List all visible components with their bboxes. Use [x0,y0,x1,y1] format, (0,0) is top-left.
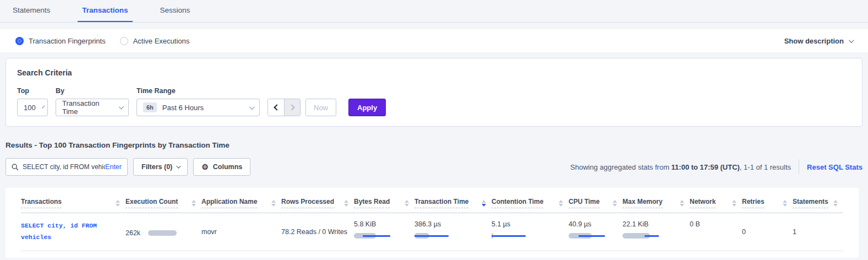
by-label: By [56,87,129,95]
transaction-time-bar [414,232,483,240]
sql-search-input[interactable] [23,163,105,171]
max-memory-bar [623,232,681,240]
radio-active-executions[interactable]: Active Executions [120,37,190,45]
chevron-right-icon [288,104,294,110]
top-field: Top 100 [17,87,48,116]
col-header-max-memory[interactable]: Max Memory [623,191,690,213]
radio-label: Active Executions [133,37,190,45]
time-prev-button[interactable] [268,99,284,116]
sort-icon[interactable] [344,200,348,207]
col-header-transaction-time[interactable]: Transaction Time [414,191,492,213]
cpu-time-bar [569,232,615,240]
col-header-retries[interactable]: Retries [742,191,793,213]
cell-network: 0 B [690,213,742,251]
sort-icon[interactable] [613,200,617,207]
by-field: By Transaction Time [56,87,129,116]
cell-cpu-time: 40.9 µs [569,213,623,251]
results-heading: Results - Top 100 Transaction Fingerprin… [6,141,862,149]
cell-retries: 0 [742,213,793,251]
results-toolbar: Enter Filters (0) ⚙ Columns Showing aggr… [6,158,862,176]
table-row: SELECT city, id FROMvehicles 262k movr 7… [21,213,843,251]
col-header-network[interactable]: Network [690,191,742,213]
view-mode-radio-group: Transaction Fingerprints Active Executio… [15,37,204,45]
time-range-select[interactable]: 6h Past 6 Hours [137,99,260,116]
cell-contention-time: 5.1 µs [492,213,569,251]
sort-icon[interactable] [783,200,787,207]
search-icon [12,164,19,171]
sort-icon[interactable] [732,200,736,207]
chevron-down-icon [249,104,255,110]
col-header-rows-processed[interactable]: Rows Processed [281,191,354,213]
chevron-down-icon [849,37,854,43]
view-mode-band: Transaction Fingerprints Active Executio… [0,29,868,52]
stats-time-range: 11:00 to 17:59 (UTC) [672,163,740,171]
sort-icon[interactable] [116,200,120,207]
top-select[interactable]: 100 [17,99,48,116]
transactions-table-card: Transactions Execution Count Application… [6,188,859,258]
transactions-table: Transactions Execution Count Application… [21,191,843,251]
columns-label: Columns [213,163,242,171]
transaction-fingerprint-link[interactable]: SELECT city, id FROMvehicles [21,220,120,243]
radio-label: Transaction Fingerprints [29,37,106,45]
by-select-value: Transaction Time [62,99,112,116]
sort-icon[interactable] [833,200,838,207]
chevron-left-icon [274,104,280,110]
col-header-execution-count[interactable]: Execution Count [125,191,201,213]
show-description-label: Show description [784,37,844,45]
sort-icon[interactable] [271,200,276,207]
table-header-row: Transactions Execution Count Application… [21,191,843,213]
tab-sessions[interactable]: Sessions [156,6,195,22]
sort-icon[interactable] [192,200,196,207]
cell-transactions: SELECT city, id FROMvehicles [21,213,125,251]
show-description-toggle[interactable]: Show description [784,37,853,45]
radio-transaction-fingerprints[interactable]: Transaction Fingerprints [15,37,106,45]
time-range-value: Past 6 Hours [162,104,204,112]
filters-button[interactable]: Filters (0) [133,158,188,176]
col-header-cpu-time[interactable]: CPU Time [569,191,623,213]
gear-icon: ⚙ [201,163,209,171]
search-criteria-title: Search Criteria [17,68,851,77]
chevron-down-icon [42,105,45,109]
sort-icon-active-desc[interactable] [482,200,486,207]
col-header-statements[interactable]: Statements [793,191,843,213]
execution-count-bar [148,230,179,236]
reset-sql-stats-link[interactable]: Reset SQL Stats [807,163,862,171]
sort-icon[interactable] [680,200,684,207]
aggregated-stats-text: Showing aggregated stats from 11:00 to 1… [570,163,791,171]
time-range-label: Time Range [137,87,260,95]
time-range-badge: 6h [143,102,157,112]
apply-button[interactable]: Apply [348,99,386,116]
time-next-button[interactable] [284,99,300,116]
time-range-field: Time Range 6h Past 6 Hours [137,87,260,116]
col-header-contention-time[interactable]: Contention Time [492,191,569,213]
sort-icon[interactable] [559,200,563,207]
col-header-transactions[interactable]: Transactions [21,191,125,213]
page-tabbar: Statements Transactions Sessions [0,0,868,23]
sql-search-box[interactable]: Enter [6,158,128,176]
columns-button[interactable]: ⚙ Columns [193,158,250,176]
cell-transaction-time: 386.3 µs [414,213,492,251]
time-range-nav [268,99,301,116]
filters-label: Filters (0) [141,163,172,171]
sort-icon[interactable] [405,200,409,207]
chevron-down-icon [118,104,124,110]
radio-unselected-icon [120,37,128,45]
col-header-application-name[interactable]: Application Name [201,191,281,213]
bytes-read-bar [354,232,406,240]
contention-time-bar [492,232,560,240]
cell-rows-processed: 78.2 Reads / 0 Writes [281,213,354,251]
now-button[interactable]: Now [305,99,336,116]
by-select[interactable]: Transaction Time [56,99,129,116]
cell-execution-count: 262k [125,213,201,251]
col-header-bytes-read[interactable]: Bytes Read [354,191,414,213]
search-enter-button[interactable]: Enter [105,163,122,171]
radio-selected-icon [15,37,24,45]
tab-statements[interactable]: Statements [8,6,54,22]
cell-max-memory: 22.1 KiB [623,213,690,251]
tab-transactions[interactable]: Transactions [78,6,132,22]
search-criteria-card: Search Criteria Top 100 By Transaction T… [6,58,862,127]
divider [799,159,799,175]
top-label: Top [17,87,48,95]
cell-statements: 1 [793,213,843,251]
cell-application-name: movr [201,213,281,251]
